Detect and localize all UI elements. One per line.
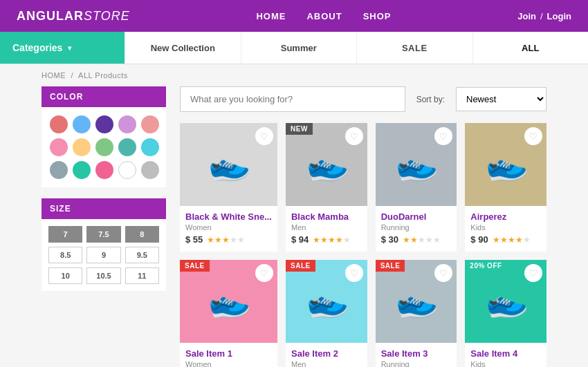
join-link[interactable]: Join	[517, 11, 536, 21]
categories-dropdown[interactable]: Categories ▾	[0, 32, 125, 64]
product-card[interactable]: 👟20% OFF♡Sale Item 4Kids$ 70★★★★★	[465, 260, 546, 367]
product-image-wrap: 👟♡	[180, 123, 277, 206]
categories-label: Categories	[12, 42, 62, 53]
product-info: Sale Item 4Kids$ 70★★★★★	[465, 343, 546, 367]
color-swatch[interactable]	[141, 161, 159, 179]
product-area: Sort by: NewestPrice Low-HighPrice High-…	[180, 86, 546, 367]
wishlist-button[interactable]: ♡	[524, 264, 542, 282]
color-swatch[interactable]	[141, 138, 159, 156]
size-button[interactable]: 7.5	[86, 226, 120, 243]
wishlist-button[interactable]: ♡	[345, 127, 363, 145]
product-price-row: $ 94★★★★★	[291, 234, 362, 245]
size-button[interactable]: 8.5	[48, 247, 82, 263]
size-button[interactable]: 9.5	[125, 247, 159, 263]
product-category: Men	[291, 223, 362, 232]
product-card[interactable]: 👟♡Black & White Sne...Women$ 55★★★★★	[180, 123, 277, 252]
product-info: Black MambaMen$ 94★★★★★	[286, 206, 367, 252]
product-price: $ 55	[185, 234, 203, 245]
nav-shop[interactable]: SHOP	[363, 11, 392, 21]
product-badge: 20% OFF	[465, 260, 506, 272]
color-swatch[interactable]	[50, 161, 68, 179]
product-badge: NEW	[286, 123, 313, 135]
product-name: DuoDarnel	[381, 211, 452, 222]
search-input[interactable]	[180, 86, 405, 112]
color-swatch[interactable]	[118, 161, 136, 179]
color-swatch[interactable]	[73, 138, 91, 156]
color-filter: COLOR	[42, 86, 166, 187]
product-image-wrap: 👟♡	[465, 123, 546, 206]
color-swatch[interactable]	[118, 138, 136, 156]
color-swatch[interactable]	[73, 161, 91, 179]
color-swatch[interactable]	[118, 115, 136, 133]
size-filter-title: SIZE	[42, 198, 166, 219]
product-card[interactable]: 👟NEW♡Black MambaMen$ 94★★★★★	[286, 123, 367, 252]
search-sort-bar: Sort by: NewestPrice Low-HighPrice High-…	[180, 86, 546, 112]
product-stars: ★★★★★	[207, 235, 245, 245]
tab-new-collection[interactable]: New Collection	[125, 32, 241, 64]
wishlist-button[interactable]: ♡	[255, 127, 273, 145]
tab-summer[interactable]: Summer	[241, 32, 357, 64]
product-card[interactable]: 👟SALE♡Sale Item 2Men$ 60★★★★★	[286, 260, 367, 367]
product-name: Sale Item 4	[470, 348, 541, 359]
color-swatch[interactable]	[95, 138, 113, 156]
sidebar: COLOR SIZE 77.588.599.51010.511	[42, 86, 166, 367]
login-link[interactable]: Login	[547, 11, 571, 21]
color-swatch[interactable]	[73, 115, 91, 133]
header: ANGULARSTORE HOME ABOUT SHOP Join / Logi…	[0, 0, 588, 32]
size-button[interactable]: 8	[125, 226, 159, 243]
product-category: Running	[381, 360, 452, 367]
size-button[interactable]: 11	[125, 267, 159, 284]
product-badge: SALE	[376, 260, 405, 272]
product-stars: ★★★★★	[313, 235, 351, 245]
product-card[interactable]: 👟♡AirperezKids$ 90★★★★★	[465, 123, 546, 252]
product-category: Kids	[470, 360, 541, 367]
color-swatch[interactable]	[95, 161, 113, 179]
size-button[interactable]: 10	[48, 267, 82, 284]
wishlist-button[interactable]: ♡	[524, 127, 542, 145]
breadcrumb-home[interactable]: HOME	[42, 71, 66, 79]
category-tabs: New Collection Summer SALE ALL	[125, 32, 588, 64]
sort-label: Sort by:	[416, 95, 445, 104]
nav-home[interactable]: HOME	[256, 11, 286, 21]
product-category: Men	[291, 360, 362, 367]
logo: ANGULARSTORE	[17, 9, 130, 23]
product-image-wrap: 👟20% OFF♡	[465, 260, 546, 343]
wishlist-button[interactable]: ♡	[434, 264, 452, 282]
product-image-wrap: 👟NEW♡	[286, 123, 367, 206]
product-card[interactable]: 👟SALE♡Sale Item 1Women$ 45★★★★★	[180, 260, 277, 367]
product-name: Black Mamba	[291, 211, 362, 222]
nav-about[interactable]: ABOUT	[306, 11, 342, 21]
wishlist-button[interactable]: ♡	[434, 127, 452, 145]
wishlist-button[interactable]: ♡	[345, 264, 363, 282]
product-category: Women	[185, 360, 272, 367]
product-price-row: $ 55★★★★★	[185, 234, 272, 245]
product-price: $ 30	[381, 234, 398, 245]
tab-sale[interactable]: SALE	[356, 32, 472, 64]
product-name: Sale Item 2	[291, 348, 362, 359]
product-info: Black & White Sne...Women$ 55★★★★★	[180, 206, 277, 252]
product-price-row: $ 30★★★★★	[381, 234, 452, 245]
color-filter-title: COLOR	[42, 86, 166, 107]
wishlist-button[interactable]: ♡	[255, 264, 273, 282]
product-badge: SALE	[286, 260, 315, 272]
color-swatch[interactable]	[141, 115, 159, 133]
size-button[interactable]: 9	[86, 247, 120, 263]
product-category: Running	[381, 223, 452, 232]
product-stars: ★★★★★	[493, 235, 531, 245]
product-name: Black & White Sne...	[185, 211, 272, 222]
color-swatch[interactable]	[50, 115, 68, 133]
breadcrumb: HOME / ALL Products	[0, 64, 588, 86]
size-button[interactable]: 10.5	[86, 267, 120, 284]
product-card[interactable]: 👟SALE♡Sale Item 3Running$ 35★★★★★	[376, 260, 457, 367]
category-bar: Categories ▾ New Collection Summer SALE …	[0, 32, 588, 64]
product-name: Airperez	[470, 211, 541, 222]
tab-all[interactable]: ALL	[472, 32, 589, 64]
product-info: Sale Item 1Women$ 45★★★★★	[180, 343, 277, 367]
sort-select[interactable]: NewestPrice Low-HighPrice High-LowPopula…	[456, 87, 546, 111]
color-swatch[interactable]	[50, 138, 68, 156]
product-card[interactable]: 👟♡DuoDarnelRunning$ 30★★★★★	[376, 123, 457, 252]
size-button[interactable]: 7	[48, 226, 82, 243]
product-info: Sale Item 2Men$ 60★★★★★	[286, 343, 367, 367]
color-swatch[interactable]	[95, 115, 113, 133]
logo-bold: ANGULAR	[17, 9, 84, 23]
